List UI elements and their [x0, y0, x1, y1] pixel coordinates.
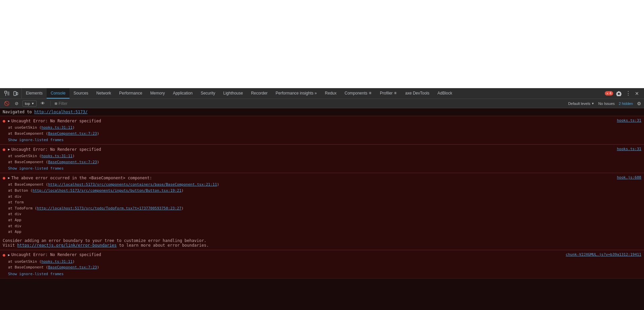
- nav-url-link[interactable]: http://localhost:5173/: [34, 110, 88, 114]
- svg-rect-2: [16, 92, 18, 95]
- todoform-link-3e[interactable]: http://localhost:5173/src/todo/TodoForm.…: [37, 206, 181, 210]
- stack-line: at App: [8, 229, 636, 235]
- button-link-3b[interactable]: http://localhost:5173/src/components/inp…: [33, 188, 182, 193]
- stack-line: at App: [8, 217, 636, 223]
- error-icon-2: ●: [3, 147, 5, 152]
- tab-lighthouse[interactable]: Lighthouse: [219, 88, 247, 99]
- hooks-link-4a[interactable]: hooks.ts:31:11: [41, 259, 72, 264]
- error-title-1: Uncaught Error: No Renderer specified: [11, 119, 101, 123]
- triangle-3[interactable]: ▶: [8, 176, 10, 180]
- tab-performance[interactable]: Performance: [115, 88, 146, 99]
- filter-input[interactable]: [58, 101, 109, 106]
- device-toggle-button[interactable]: [12, 90, 19, 97]
- hidden-count-link[interactable]: 2 hidden: [619, 102, 633, 106]
- console-output: Navigated to http://localhost:5173/ ● ▶ …: [0, 108, 644, 310]
- error-title-2: Uncaught Error: No Renderer specified: [11, 147, 101, 152]
- tab-network[interactable]: Network: [92, 88, 115, 99]
- chevron-down-icon-levels: ▼: [591, 102, 594, 105]
- eye-icon-button[interactable]: 👁: [39, 100, 46, 107]
- error-count-badge: ✕ 4: [605, 91, 613, 96]
- stack-line: at useGetSkin (hooks.ts:31:11): [8, 125, 636, 131]
- base-comp-link-1a[interactable]: BaseComponent.tsx:7:23: [48, 131, 97, 136]
- triangle-1[interactable]: ▶: [8, 119, 10, 123]
- error-title-3: The above error occurred in the <BaseCom…: [11, 176, 152, 180]
- devtools-tabs: Elements Console Sources Network Perform…: [22, 88, 602, 99]
- show-frames-4[interactable]: Show ignore-listed frames: [0, 271, 644, 277]
- stack-line: at BaseComponent (BaseComponent.tsx:7:23…: [8, 159, 636, 165]
- base-comp-link-2a[interactable]: BaseComponent.tsx:7:23: [48, 160, 97, 164]
- context-selector[interactable]: top ▼: [22, 101, 37, 107]
- stack-line: at useGetSkin (hooks.ts:31:11): [8, 153, 636, 159]
- tab-perf-insights[interactable]: Performance insights »: [271, 88, 321, 99]
- error-file-link-1[interactable]: hooks.ts:31: [617, 118, 641, 123]
- error-row-4: ● ▶ Uncaught Error: No Renderer specifie…: [0, 250, 644, 278]
- stack-line: at BaseComponent (http://localhost:5173/…: [8, 182, 636, 188]
- error-title-4: Uncaught Error: No Renderer specified: [11, 252, 101, 257]
- tab-recorder[interactable]: Recorder: [247, 88, 271, 99]
- stack-line: at useGetSkin (hooks.ts:31:11): [8, 259, 636, 265]
- inspect-element-button[interactable]: [3, 90, 11, 97]
- tab-security[interactable]: Security: [197, 88, 219, 99]
- stack-line: at TodoForm (http://localhost:5173/src/t…: [8, 205, 636, 211]
- hooks-link-1a[interactable]: hooks.ts:31:11: [41, 125, 72, 130]
- devtools-panel: Elements Console Sources Network Perform…: [0, 88, 644, 310]
- error-row-3: ● ▶ The above error occurred in the <Bas…: [0, 173, 644, 250]
- tab-memory[interactable]: Memory: [146, 88, 169, 99]
- tab-console[interactable]: Console: [47, 88, 69, 99]
- show-frames-1[interactable]: Show ignore-listed frames: [0, 137, 644, 143]
- show-frames-2[interactable]: Show ignore-listed frames: [0, 166, 644, 171]
- base-comp-link-3a[interactable]: http://localhost:5173/src/components/con…: [48, 182, 217, 187]
- stack-line: at div: [8, 223, 636, 229]
- error-icon-x: ✕: [606, 91, 608, 95]
- error-header-2: ● ▶ Uncaught Error: No Renderer specifie…: [0, 146, 644, 152]
- error-stack-4: at useGetSkin (hooks.ts:31:11) at BaseCo…: [0, 258, 644, 271]
- triangle-4[interactable]: ▶: [8, 253, 10, 257]
- devtools-more-button[interactable]: ⋮: [625, 89, 632, 98]
- stack-line: at Button (http://localhost:5173/src/com…: [8, 188, 636, 194]
- default-levels-button[interactable]: Default levels ▼: [568, 102, 594, 106]
- nav-message: Navigated to http://localhost:5173/: [0, 108, 644, 116]
- devtools-settings-button[interactable]: [615, 90, 623, 97]
- console-right-controls: Default levels ▼ No Issues 2 hidden ⚙: [568, 101, 641, 106]
- error-file-link-3[interactable]: hook.js:608: [617, 175, 641, 180]
- error-stack-2: at useGetSkin (hooks.ts:31:11) at BaseCo…: [0, 152, 644, 166]
- filter-area: ⊞: [55, 101, 565, 106]
- error-header-4: ● ▶ Uncaught Error: No Renderer specifie…: [0, 252, 644, 258]
- tab-profiler[interactable]: Profiler ✳: [376, 88, 401, 99]
- toolbar-divider: [50, 101, 51, 106]
- tab-adblock[interactable]: AdBlock: [434, 88, 456, 99]
- triangle-2[interactable]: ▶: [8, 147, 10, 151]
- stack-line: at BaseComponent (BaseComponent.tsx:7:23…: [8, 131, 636, 137]
- no-issues-text: No Issues: [598, 102, 615, 106]
- stack-line: at form: [8, 199, 636, 205]
- toolbar-icon-group: [1, 88, 22, 99]
- svg-rect-1: [14, 91, 16, 96]
- stack-line: at div: [8, 194, 636, 200]
- console-filter-toggle[interactable]: ⊘: [13, 100, 20, 107]
- hooks-link-2a[interactable]: hooks.ts:31:11: [41, 154, 72, 158]
- error-stack-3: at BaseComponent (http://localhost:5173/…: [0, 181, 644, 235]
- error-boundary-link[interactable]: https://reactjs.org/link/error-boundarie…: [17, 243, 116, 248]
- error-stack-1: at useGetSkin (hooks.ts:31:11) at BaseCo…: [0, 124, 644, 137]
- error-icon-4: ●: [3, 252, 5, 257]
- svg-rect-0: [5, 91, 7, 93]
- tab-application[interactable]: Application: [169, 88, 197, 99]
- error-file-link-4[interactable]: chunk-V2JXGMUL.js?v=b39a1312:19411: [566, 252, 641, 257]
- error-file-link-2[interactable]: hooks.ts:31: [617, 147, 641, 151]
- tab-components[interactable]: Components ✳: [341, 88, 376, 99]
- error-icon-3: ●: [3, 175, 5, 180]
- console-toolbar: 🚫 ⊘ top ▼ 👁 ⊞ Default levels ▼ No Issues…: [0, 99, 644, 108]
- error-row-1: ● ▶ Uncaught Error: No Renderer specifie…: [0, 116, 644, 144]
- devtools-toolbar: Elements Console Sources Network Perform…: [0, 88, 644, 99]
- tab-elements[interactable]: Elements: [22, 88, 47, 99]
- tab-sources[interactable]: Sources: [69, 88, 92, 99]
- toolbar-right: ✕ 4 ⋮ ✕: [602, 89, 643, 98]
- stack-line: at div: [8, 211, 636, 217]
- base-comp-link-4a[interactable]: BaseComponent.tsx:7:23: [48, 265, 97, 269]
- tab-redux[interactable]: Redux: [321, 88, 341, 99]
- error-icon-1: ●: [3, 118, 5, 123]
- console-clear-button[interactable]: 🚫: [3, 100, 11, 107]
- tab-axe[interactable]: axe DevTools: [401, 88, 433, 99]
- console-settings-button[interactable]: ⚙: [637, 101, 641, 106]
- devtools-close-button[interactable]: ✕: [634, 90, 640, 97]
